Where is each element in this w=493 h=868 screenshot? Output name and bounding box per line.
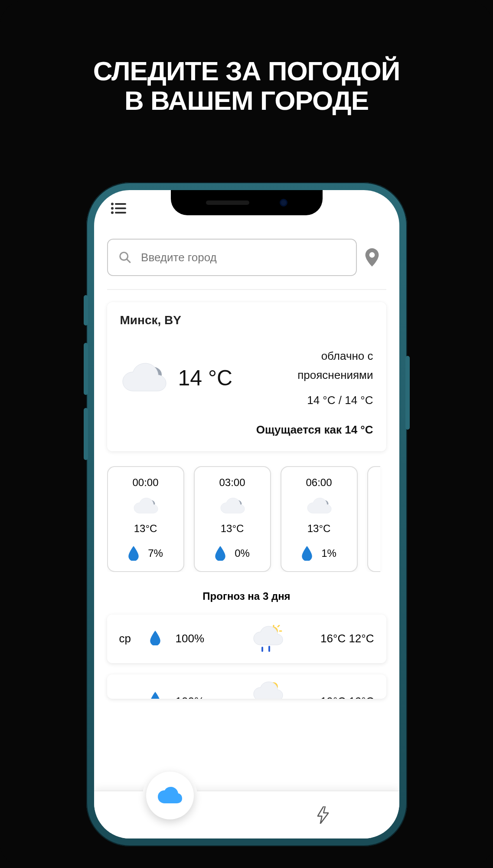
hourly-temp: 13°C — [112, 523, 179, 535]
hourly-card[interactable]: 06:00 13°C 1% — [281, 466, 358, 572]
search-box[interactable] — [107, 239, 357, 276]
daily-temps: 19°C 12°C — [320, 695, 374, 699]
sun-rain-cloud-icon — [219, 681, 317, 699]
phone-speaker — [206, 201, 249, 205]
raindrop-icon — [128, 546, 139, 561]
hourly-time: 06:00 — [286, 477, 353, 489]
cloud-icon — [157, 787, 183, 804]
daily-precip: 100% — [176, 695, 215, 699]
location-pin-icon — [365, 248, 379, 266]
current-temp: 14 °C — [178, 365, 233, 391]
hourly-precip: 1% — [321, 547, 336, 559]
current-weather-card: Минск, BY 14 °C облачно с прояснениями 1… — [107, 302, 386, 451]
raindrop-icon — [215, 546, 226, 561]
svg-rect-5 — [115, 212, 126, 214]
hourly-temp: 13°C — [286, 523, 353, 535]
phone-mockup: Минск, BY 14 °C облачно с прояснениями 1… — [86, 182, 407, 846]
svg-point-8 — [369, 252, 375, 258]
hourly-precip: 7% — [148, 547, 163, 559]
phone-camera — [280, 199, 287, 207]
location-button[interactable] — [365, 248, 386, 266]
svg-rect-18 — [261, 647, 263, 652]
location-label: Минск, BY — [120, 313, 373, 327]
weather-app: Минск, BY 14 °C облачно с прояснениями 1… — [94, 190, 399, 838]
phone-side-button — [84, 295, 88, 326]
phone-notch — [171, 190, 323, 215]
nav-tab-alerts[interactable] — [247, 791, 399, 838]
svg-point-0 — [111, 203, 114, 205]
raindrop-icon — [150, 692, 171, 699]
phone-screen: Минск, BY 14 °C облачно с прояснениями 1… — [94, 190, 399, 838]
svg-rect-1 — [115, 203, 126, 205]
hourly-temp: 13°C — [199, 523, 266, 535]
sun-rain-cloud-icon — [219, 625, 317, 653]
cloud-icon — [199, 496, 266, 518]
hourly-card-peek[interactable] — [367, 466, 380, 572]
current-range: 14 °C / 14 °C — [243, 391, 373, 410]
promo-headline: СЛЕДИТЕ ЗА ПОГОДОЙ В ВАШЕМ ГОРОДЕ — [0, 0, 493, 115]
current-description: облачно с прояснениями — [243, 346, 373, 385]
phone-side-button — [405, 356, 410, 430]
lightning-icon — [317, 806, 329, 824]
headline-line-2: В ВАШЕМ ГОРОДЕ — [0, 86, 493, 115]
daily-temps: 16°C 12°C — [320, 632, 374, 645]
svg-rect-3 — [115, 207, 126, 209]
hourly-time: 00:00 — [112, 477, 179, 489]
daily-day: чт — [119, 695, 145, 699]
divider — [107, 289, 386, 290]
bottom-nav — [94, 791, 399, 838]
daily-card[interactable]: ср 100% 1 — [107, 615, 386, 663]
hourly-precip: 0% — [235, 547, 250, 559]
hourly-time: 03:00 — [199, 477, 266, 489]
promo-frame: СЛЕДИТЕ ЗА ПОГОДОЙ В ВАШЕМ ГОРОДЕ — [0, 0, 493, 868]
search-input[interactable] — [141, 251, 345, 264]
daily-forecast-title: Прогноз на 3 дня — [107, 590, 386, 602]
daily-card[interactable]: чт 100% 19°C 12°C — [107, 674, 386, 699]
menu-button[interactable] — [111, 202, 126, 214]
menu-icon — [111, 202, 126, 214]
cloud-icon — [112, 496, 179, 518]
raindrop-icon — [301, 546, 313, 561]
cloud-icon — [286, 496, 353, 518]
feels-like: Ощущается как 14 °C — [120, 423, 373, 437]
hourly-forecast[interactable]: 00:00 13°C 7% 03:00 — [107, 466, 386, 572]
headline-line-1: СЛЕДИТЕ ЗА ПОГОДОЙ — [0, 56, 493, 86]
cloud-icon — [120, 361, 168, 395]
hourly-card[interactable]: 03:00 13°C 0% — [194, 466, 271, 572]
raindrop-icon — [150, 631, 171, 647]
nav-active-tab[interactable] — [146, 772, 194, 819]
svg-line-7 — [127, 259, 130, 263]
daily-precip: 100% — [176, 632, 215, 645]
search-icon — [118, 250, 132, 265]
daily-day: ср — [119, 632, 145, 645]
svg-point-4 — [111, 211, 114, 214]
hourly-card[interactable]: 00:00 13°C 7% — [107, 466, 184, 572]
svg-line-16 — [278, 625, 279, 627]
phone-side-button — [84, 343, 88, 395]
svg-rect-19 — [268, 646, 270, 652]
phone-side-button — [84, 408, 88, 460]
svg-point-2 — [111, 207, 114, 210]
